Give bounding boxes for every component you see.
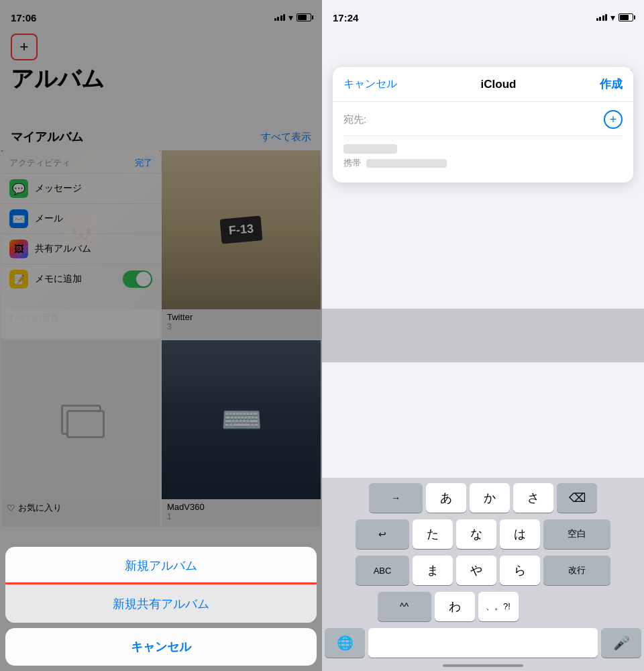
- key-ka[interactable]: か: [470, 483, 510, 513]
- modal-title: iCloud: [481, 78, 517, 91]
- key-wa[interactable]: わ: [435, 592, 475, 621]
- recipient-row: 宛先: +: [343, 110, 623, 136]
- key-undo[interactable]: ↩: [356, 519, 409, 549]
- contact-name: [343, 144, 397, 154]
- gray-spacer: [322, 309, 644, 362]
- key-a[interactable]: あ: [426, 483, 466, 513]
- key-ya[interactable]: や: [456, 556, 496, 585]
- contact-entry: 携帯: [343, 144, 623, 169]
- key-return[interactable]: 改行: [543, 556, 610, 585]
- key-space[interactable]: 空白: [543, 519, 610, 549]
- time-right: 17:24: [333, 12, 358, 23]
- cancel-button[interactable]: キャンセル: [5, 628, 317, 666]
- keyboard-row-4: ^^ わ 、。?!: [325, 592, 641, 621]
- wifi-icon-right: ▾: [610, 12, 615, 23]
- new-shared-album-button[interactable]: 新規共有アルバム: [5, 584, 317, 623]
- action-sheet: 新規アルバム 新規共有アルバム キャンセル: [0, 547, 322, 671]
- signal-icon-right: [596, 14, 608, 21]
- cancel-group: キャンセル: [5, 628, 317, 666]
- key-na[interactable]: な: [456, 519, 496, 549]
- recipient-label: 宛先:: [343, 113, 366, 126]
- right-panel: 17:24 ▾ ‹ アルバム 共有アルバム 編集 キャンセル iCloud: [322, 0, 644, 671]
- key-spacer: [522, 592, 589, 621]
- add-recipient-button[interactable]: +: [604, 110, 623, 129]
- key-globe[interactable]: 🌐: [325, 628, 365, 658]
- status-bar-right: 17:24 ▾: [322, 0, 644, 30]
- icloud-modal: キャンセル iCloud 作成 宛先: + 携帯: [333, 67, 633, 183]
- key-ra[interactable]: ら: [500, 556, 540, 585]
- modal-body: 宛先: + 携帯: [333, 102, 633, 183]
- action-sheet-content: 新規アルバム 新規共有アルバム キャンセル: [0, 547, 322, 671]
- key-ma[interactable]: ま: [413, 556, 453, 585]
- keyboard-row-1: → あ か さ ⌫: [325, 483, 641, 513]
- mobile-value: [366, 159, 447, 168]
- key-mic[interactable]: 🎤: [601, 628, 641, 658]
- contact-mobile: 携帯: [343, 157, 623, 169]
- keyboard-row-3: ABC ま や ら 改行: [325, 556, 641, 585]
- keyboard: → あ か さ ⌫ ↩ た な は 空白 ABC ま や ら 改行 ^^ わ 、…: [322, 478, 644, 671]
- modal-create-button[interactable]: 作成: [600, 76, 623, 92]
- new-album-button[interactable]: 新規アルバム: [5, 547, 317, 584]
- mobile-label: 携帯: [343, 157, 361, 169]
- key-abc[interactable]: ABC: [356, 556, 409, 585]
- keyboard-row-2: ↩ た な は 空白: [325, 519, 641, 549]
- key-dakuten[interactable]: ^^: [378, 592, 431, 621]
- key-arrow-right[interactable]: →: [369, 483, 423, 513]
- key-ta[interactable]: た: [413, 519, 453, 549]
- modal-header: キャンセル iCloud 作成: [333, 67, 633, 102]
- action-group: 新規アルバム 新規共有アルバム: [5, 547, 317, 623]
- keyboard-bottom-row: 🌐 🎤: [325, 628, 641, 658]
- key-spacebar[interactable]: [368, 628, 598, 658]
- key-ha[interactable]: は: [500, 519, 540, 549]
- modal-cancel-button[interactable]: キャンセル: [343, 77, 397, 91]
- status-icons-right: ▾: [596, 12, 634, 23]
- battery-icon-right: [619, 13, 633, 21]
- home-indicator: [443, 664, 523, 667]
- key-delete[interactable]: ⌫: [557, 483, 597, 513]
- key-sa[interactable]: さ: [513, 483, 553, 513]
- left-panel: 17:06 ▾ + アルバム マイアルバム すべて表示 ✓: [0, 0, 322, 671]
- key-punctuation[interactable]: 、。?!: [478, 592, 519, 621]
